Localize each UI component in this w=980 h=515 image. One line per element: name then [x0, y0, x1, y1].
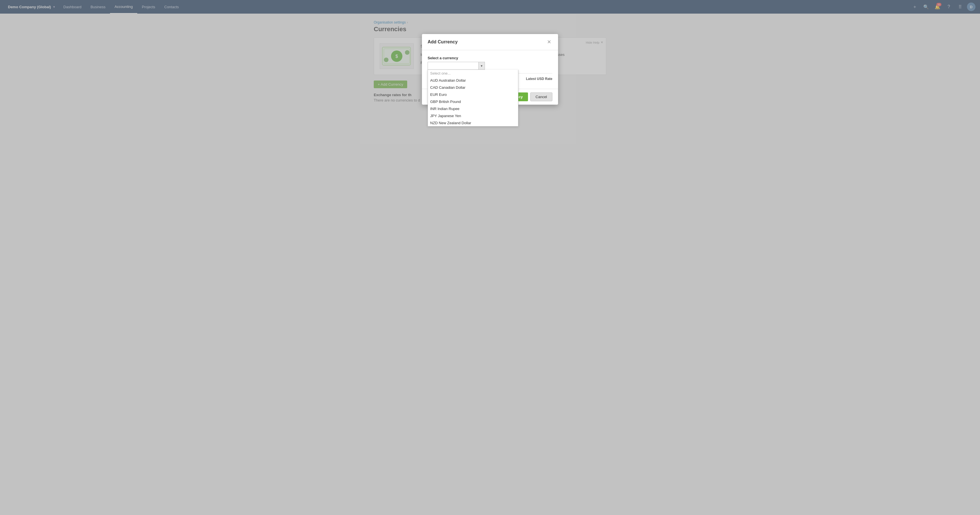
rates-column-header: Latest USD Rate: [526, 77, 552, 81]
modal-overlay: Add Currency ✕ Select a currency ▼ Selec…: [0, 0, 980, 109]
modal-cancel-button[interactable]: Cancel: [530, 92, 552, 101]
currency-dropdown-btn[interactable]: ▼: [479, 62, 485, 70]
dropdown-option-inr[interactable]: INR Indian Rupee: [428, 105, 518, 109]
dropdown-option-placeholder[interactable]: Select one...: [428, 70, 518, 77]
currency-dropdown-list: Select one... AUD Australian Dollar CAD …: [428, 70, 519, 109]
dropdown-option-gbp[interactable]: GBP British Pound: [428, 98, 518, 105]
modal-body: Select a currency ▼ Select one... AUD Au…: [422, 50, 558, 89]
add-currency-modal: Add Currency ✕ Select a currency ▼ Selec…: [422, 34, 558, 105]
select-currency-label: Select a currency: [428, 56, 552, 60]
dropdown-option-eur[interactable]: EUR Euro: [428, 91, 518, 98]
currency-search-input[interactable]: [428, 62, 479, 70]
modal-title: Add Currency: [428, 40, 458, 45]
dropdown-option-cad[interactable]: CAD Canadian Dollar: [428, 84, 518, 91]
modal-header: Add Currency ✕: [422, 34, 558, 50]
dropdown-option-aud[interactable]: AUD Australian Dollar: [428, 77, 518, 84]
currency-select-wrapper: ▼ Select one... AUD Australian Dollar CA…: [428, 62, 552, 70]
modal-close-button[interactable]: ✕: [546, 38, 552, 45]
